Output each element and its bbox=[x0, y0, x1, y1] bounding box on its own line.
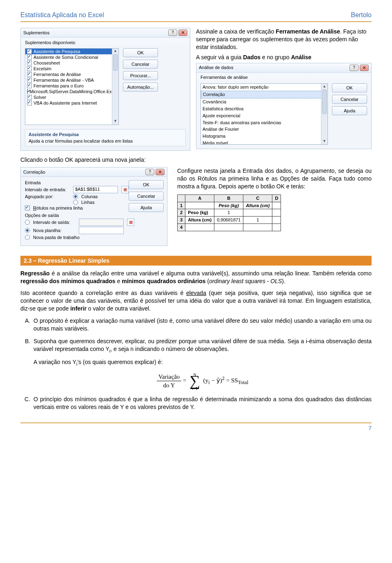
suplementos-title: Suplementos bbox=[23, 30, 49, 35]
tool-ajuste-exp[interactable]: Ajuste exponencial bbox=[201, 112, 327, 119]
scroll-up-icon[interactable]: ▲ bbox=[112, 49, 118, 54]
variation-line: A variação nos Yi's (os quais queremos e… bbox=[33, 358, 372, 367]
range-picker-icon[interactable]: ▦ bbox=[121, 186, 129, 193]
doc-title-left: Estatística Aplicada no Excel bbox=[20, 11, 104, 19]
scroll-up-icon[interactable]: ▲ bbox=[321, 84, 327, 89]
correlacao-title: Correlação bbox=[23, 170, 45, 174]
listbox-scrollbar[interactable]: ▲ ▼ bbox=[112, 49, 118, 125]
header-rule bbox=[20, 21, 372, 22]
addon-soma-condicional[interactable]: Assistente de Soma Condicional bbox=[25, 54, 118, 60]
scroll-thumb[interactable] bbox=[113, 54, 118, 71]
tool-covariancia[interactable]: Covariância bbox=[201, 98, 327, 105]
scroll-thumb[interactable] bbox=[322, 89, 327, 114]
suplementos-dialog: Suplementos ? ✕ Suplementos disponíveis:… bbox=[20, 28, 190, 151]
cancelar-button[interactable]: Cancelar bbox=[332, 95, 367, 104]
correlacao-dialog: Correlação ? ✕ OK Cancelar Ajuda Entrada… bbox=[20, 167, 167, 246]
regressao-def-p: Regressão é a análise da relação entre u… bbox=[20, 270, 372, 285]
ok-button[interactable]: OK bbox=[332, 83, 367, 92]
checkbox-icon[interactable] bbox=[27, 89, 28, 94]
list-item-c: O princípio dos mínimos quadrados é que … bbox=[32, 395, 372, 411]
step-text: Clicando o botão OK aparecerá uma nova j… bbox=[20, 156, 372, 163]
agrupado-label: Agrupado por: bbox=[25, 194, 70, 199]
section-header: 2.3 – Regressão Linear Simples bbox=[20, 256, 372, 266]
nova-planilha-input[interactable] bbox=[79, 227, 124, 234]
addon-excelsim[interactable]: Excelsim bbox=[25, 66, 118, 71]
rotulos-label: RRótulos na primeira linhaótulos na prim… bbox=[33, 206, 83, 210]
ajuda-button[interactable]: Ajuda bbox=[129, 203, 164, 212]
checkbox-icon[interactable] bbox=[27, 83, 32, 88]
help-box-title: Assistente de Pesquisa bbox=[29, 132, 182, 137]
close-window-button[interactable]: ✕ bbox=[178, 29, 187, 36]
listbox-scrollbar[interactable]: ▲ ▼ bbox=[321, 84, 327, 144]
help-window-button[interactable]: ? bbox=[145, 169, 154, 175]
ajuda-button[interactable]: Ajuda bbox=[332, 106, 367, 115]
grp-saida-label: Opções de saída bbox=[25, 213, 163, 218]
int-saida-input[interactable] bbox=[79, 219, 124, 226]
tool-estat-descritiva[interactable]: Estatística descritiva bbox=[201, 105, 327, 112]
help-window-button[interactable]: ? bbox=[350, 65, 359, 71]
addon-vba-assistente-internet[interactable]: VBA do Assistente para Internet bbox=[25, 100, 118, 106]
range-picker-icon[interactable]: ▦ bbox=[127, 219, 134, 226]
list-item-b: Suponha que queremos descrever, explicar… bbox=[32, 337, 372, 389]
addon-solver[interactable]: Solver bbox=[25, 94, 118, 100]
intro-paragraph-2: A seguir vá a guia Dados e no grupo Anál… bbox=[196, 54, 372, 61]
radio-nova-pasta[interactable] bbox=[25, 235, 30, 240]
addon-ferramentas-analise[interactable]: Ferramentas de Análise bbox=[25, 71, 118, 77]
radio-nova-planilha[interactable] bbox=[25, 228, 30, 233]
radio-linhas[interactable] bbox=[73, 200, 78, 205]
tool-histograma[interactable]: Histograma bbox=[201, 133, 327, 140]
addon-ferramentas-euro[interactable]: Ferramentas para o Euro bbox=[25, 83, 118, 89]
checkbox-icon[interactable] bbox=[27, 55, 32, 60]
checkbox-icon[interactable] bbox=[27, 60, 32, 65]
scroll-down-icon[interactable]: ▼ bbox=[321, 139, 327, 144]
radio-colunas[interactable] bbox=[73, 194, 78, 199]
checkbox-icon[interactable] bbox=[27, 66, 32, 71]
analise-dados-dialog: Análise de dados ? ✕ Ferramentas de anál… bbox=[196, 63, 372, 150]
tool-fourier[interactable]: Análise de Fourier bbox=[201, 126, 327, 133]
automacao-button[interactable]: Automação... bbox=[123, 83, 158, 92]
checkbox-icon[interactable] bbox=[27, 49, 32, 54]
tool-teste-f[interactable]: Teste-F: duas amostras para variâncias bbox=[201, 119, 327, 126]
checkbox-icon[interactable] bbox=[27, 101, 32, 105]
result-mini-table: ABCD 1Peso (kg)Altura (cm) 2Peso (kg)1 3… bbox=[177, 194, 281, 231]
variation-formula: Variaçãodo Y = N∑i=1 (yi − ȳ)2 = SSTotal bbox=[33, 373, 372, 390]
analise-listbox[interactable]: Anova: fator duplo sem repetição Correla… bbox=[200, 83, 328, 145]
analise-label: Ferramentas de análise bbox=[196, 73, 371, 80]
list-item-a: O propósito é explicar a variação numa v… bbox=[32, 317, 372, 333]
procurar-button[interactable]: Procurar... bbox=[123, 71, 158, 80]
addon-choosesheet[interactable]: Choosesheet bbox=[25, 60, 118, 66]
addon-assistente-pesquisa[interactable]: Assistente de Pesquisa bbox=[25, 49, 118, 54]
regressao-cond-p: Isto acontece quando a correlação entre … bbox=[20, 289, 372, 313]
corr-config-text: Configure nesta janela a Entrada dos dad… bbox=[177, 167, 372, 190]
analise-title: Análise de dados bbox=[199, 65, 233, 71]
tool-correlacao[interactable]: Correlação bbox=[201, 91, 327, 98]
tool-anova[interactable]: Anova: fator duplo sem repetição bbox=[201, 84, 327, 91]
page-footer: 7 bbox=[20, 422, 372, 431]
suplementos-label: Suplementos disponíveis: bbox=[21, 38, 190, 45]
scroll-down-icon[interactable]: ▼ bbox=[112, 119, 118, 125]
checkbox-rotulos[interactable]: ✔ bbox=[25, 206, 30, 210]
help-box-text: Ajuda a criar fórmulas para localizar da… bbox=[29, 139, 182, 143]
checkbox-icon[interactable] bbox=[27, 78, 32, 83]
cancelar-button[interactable]: Cancelar bbox=[129, 192, 164, 201]
suplementos-listbox[interactable]: Assistente de Pesquisa Assistente de Som… bbox=[25, 48, 119, 125]
tool-media-movel[interactable]: Média móvel bbox=[201, 140, 327, 145]
ok-button[interactable]: OK bbox=[129, 180, 164, 189]
intervalo-entrada-label: Intervalo de entrada: bbox=[25, 187, 70, 192]
addon-ferramentas-analise-vba[interactable]: Ferramentas de Análise - VBA bbox=[25, 77, 118, 83]
ok-button[interactable]: OK bbox=[123, 48, 158, 57]
cancelar-button[interactable]: Cancelar bbox=[123, 60, 158, 69]
radio-int-saida[interactable] bbox=[25, 220, 30, 225]
help-window-button[interactable]: ? bbox=[168, 29, 177, 36]
intervalo-entrada-input[interactable]: $A$1:$B$11 bbox=[73, 186, 118, 193]
page-number: 7 bbox=[368, 425, 372, 431]
addon-sqlserver-datamining[interactable]: Microsoft.SqlServer.DataMining.Office.Ex… bbox=[25, 89, 118, 94]
checkbox-icon[interactable] bbox=[27, 72, 32, 77]
close-window-button[interactable]: ✕ bbox=[360, 65, 369, 71]
checkbox-icon[interactable] bbox=[27, 95, 32, 100]
intro-paragraph-1: Assinale a caixa de verificação Ferramen… bbox=[196, 28, 372, 51]
doc-title-right: Bertolo bbox=[351, 11, 372, 19]
close-window-button[interactable]: ✕ bbox=[156, 169, 165, 175]
